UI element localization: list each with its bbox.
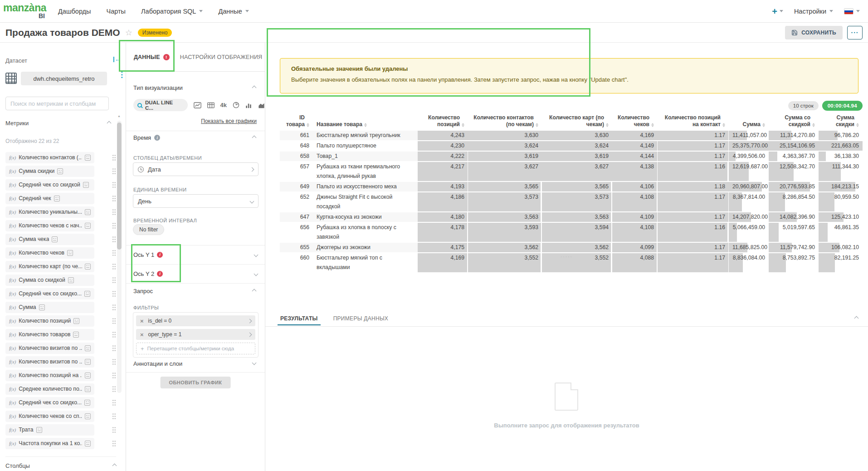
language-selector[interactable]	[844, 8, 860, 15]
metric-item[interactable]: f(x)Количество визитов по ...	[5, 355, 116, 368]
metric-item[interactable]: f(x)Количество позиций	[5, 314, 116, 328]
metric-item[interactable]: f(x)Средний чек со скидко...	[5, 287, 116, 300]
metric-item[interactable]: f(x)Средний чек со скидко...	[5, 396, 116, 409]
drag-handle-icon[interactable]	[112, 372, 116, 379]
column-header-9[interactable]: Сумма со скидкой	[769, 114, 819, 128]
scrollbar-thumb[interactable]	[117, 123, 122, 250]
column-header-2[interactable]: Название товара	[313, 121, 418, 128]
drag-handle-icon[interactable]	[112, 277, 116, 284]
metric-item[interactable]: f(x)Количество чеков	[5, 246, 116, 260]
column-header-6[interactable]: Количество чеков	[612, 114, 658, 128]
metric-item[interactable]: f(x)Сумма со скидкой	[5, 273, 116, 287]
filter-pill[interactable]: ×oper_type = 1	[136, 329, 255, 340]
column-header-5[interactable]: Количество карт (по чекам)	[542, 114, 612, 128]
drag-handle-icon[interactable]	[112, 304, 116, 311]
drag-handle-icon[interactable]	[112, 154, 116, 161]
collapse-left-icon[interactable]: ←	[113, 57, 121, 62]
metrics-section-header[interactable]: Метрики	[5, 120, 111, 127]
scroll-up-icon[interactable]: ▲	[117, 114, 121, 118]
tab-samples[interactable]: ПРИМЕРЫ ДАННЫХ	[331, 315, 391, 322]
time-column-field[interactable]: Дата	[133, 162, 258, 176]
metric-item[interactable]: f(x)Средний чек со скидкой	[5, 178, 116, 191]
metric-item[interactable]: f(x)Сумма чека	[5, 232, 116, 246]
metric-item[interactable]: f(x)Количество чеков со сп...	[5, 409, 116, 423]
axis-y1-section[interactable]: Ось Y 1 i	[133, 245, 258, 264]
column-header-1[interactable]: ID товара	[280, 114, 313, 128]
remove-filter-icon[interactable]: ×	[140, 331, 144, 338]
tab-customize[interactable]: НАСТРОЙКИ ОТОБРАЖЕНИЯ	[180, 54, 263, 60]
drag-handle-icon[interactable]	[112, 427, 116, 433]
axis-y2-section[interactable]: Ось Y 2 i	[133, 264, 258, 283]
tab-data[interactable]: ДАННЫЕ !	[130, 43, 174, 71]
new-item-button[interactable]: +	[772, 7, 783, 15]
dataset-name[interactable]: dwh.chequeitems_retro	[21, 72, 107, 85]
column-header-8[interactable]: Сумма	[729, 121, 769, 128]
drag-handle-icon[interactable]	[112, 358, 116, 365]
drag-handle-icon[interactable]	[112, 386, 116, 392]
update-chart-button[interactable]: ОБНОВИТЬ ГРАФИК	[161, 377, 231, 388]
pie-chart-icon[interactable]	[233, 102, 239, 108]
columns-section-header[interactable]: Столбцы	[5, 456, 116, 469]
star-icon[interactable]: ☆	[125, 28, 132, 38]
drag-handle-icon[interactable]	[112, 250, 116, 256]
settings-menu[interactable]: Настройки	[794, 8, 833, 15]
area-chart-icon[interactable]	[258, 102, 265, 108]
drag-handle-icon[interactable]	[112, 440, 116, 447]
metric-item[interactable]: f(x)Количество товаров	[5, 328, 116, 341]
column-header-7[interactable]: Количество позиций на контакт	[658, 114, 729, 128]
filter-pill[interactable]: ×is_del = 0	[136, 315, 255, 326]
time-range-value[interactable]: No filter	[133, 224, 164, 235]
drag-handle-icon[interactable]	[112, 331, 116, 338]
drag-handle-icon[interactable]	[112, 209, 116, 216]
drag-handle-icon[interactable]	[112, 168, 116, 175]
column-header-10[interactable]: Сумма скидки	[819, 114, 863, 128]
metric-item[interactable]: f(x)Сумма скидки	[5, 164, 116, 178]
save-button[interactable]: СОХРАНИТЬ	[785, 26, 843, 39]
drag-handle-icon[interactable]	[112, 182, 116, 188]
metric-item[interactable]: f(x)Количество визитов по ...	[5, 341, 116, 355]
nav-item-3[interactable]: Лаборатория SQL	[141, 8, 203, 15]
column-header-4[interactable]: Количество контактов (по чекам)	[468, 114, 542, 128]
drag-handle-icon[interactable]	[112, 290, 116, 297]
search-input[interactable]	[5, 97, 109, 110]
metric-item[interactable]: f(x)Сумма	[5, 300, 116, 314]
kebab-menu-icon[interactable]: ⋮	[118, 73, 126, 77]
panel-resize-handle[interactable]	[560, 255, 572, 259]
viz-type-button[interactable]: DUAL LINE C...	[133, 99, 188, 111]
metric-item[interactable]: f(x)Количество карт (по че...	[5, 260, 116, 273]
chevron-up-icon[interactable]	[252, 289, 257, 294]
drag-handle-icon[interactable]	[112, 413, 116, 420]
tab-results[interactable]: РЕЗУЛЬТАТЫ	[278, 315, 321, 322]
metric-item[interactable]: f(x)Средний чек	[5, 191, 116, 205]
metric-item[interactable]: f(x)Среднее количество по...	[5, 382, 116, 396]
nav-item-4[interactable]: Данные	[218, 8, 249, 15]
bar-chart-icon[interactable]	[245, 102, 252, 108]
chevron-up-icon[interactable]	[252, 86, 257, 90]
more-options-button[interactable]: ···	[847, 26, 863, 39]
drag-handle-icon[interactable]	[112, 222, 116, 229]
metric-item[interactable]: f(x)Количество контактов (...	[5, 151, 116, 164]
column-header-3[interactable]: Количество позиций	[418, 114, 468, 128]
chevron-up-icon[interactable]	[252, 136, 257, 140]
drag-handle-icon[interactable]	[112, 345, 116, 352]
metric-item[interactable]: f(x)Количество позиций на ...	[5, 368, 116, 382]
app-logo[interactable]: manzàna BI	[6, 3, 46, 20]
nav-item-1[interactable]: Дашборды	[58, 8, 91, 15]
remove-filter-icon[interactable]: ×	[140, 318, 144, 324]
metric-item[interactable]: f(x)Трата	[5, 423, 116, 437]
metric-item[interactable]: f(x)Количество чеков с нач...	[5, 219, 116, 232]
chevron-down-icon[interactable]	[252, 361, 257, 365]
table-icon[interactable]	[207, 102, 215, 108]
drag-handle-icon[interactable]	[112, 263, 116, 270]
time-grain-select[interactable]: День	[133, 194, 258, 208]
nav-item-2[interactable]: Чарты	[107, 8, 126, 15]
metric-item[interactable]: f(x)Частота покупки на 1 ко...	[5, 437, 116, 450]
drag-handle-icon[interactable]	[112, 236, 116, 243]
drag-handle-icon[interactable]	[112, 318, 116, 324]
show-all-charts-link[interactable]: Показать все графики	[201, 118, 257, 124]
filter-drop-area[interactable]: + Перетащите столбцы/метрики сюда	[136, 343, 255, 354]
drag-handle-icon[interactable]	[112, 399, 116, 406]
metric-item[interactable]: f(x)Количество уникальны...	[5, 205, 116, 219]
line-chart-icon[interactable]	[194, 102, 201, 108]
drag-handle-icon[interactable]	[112, 195, 116, 202]
